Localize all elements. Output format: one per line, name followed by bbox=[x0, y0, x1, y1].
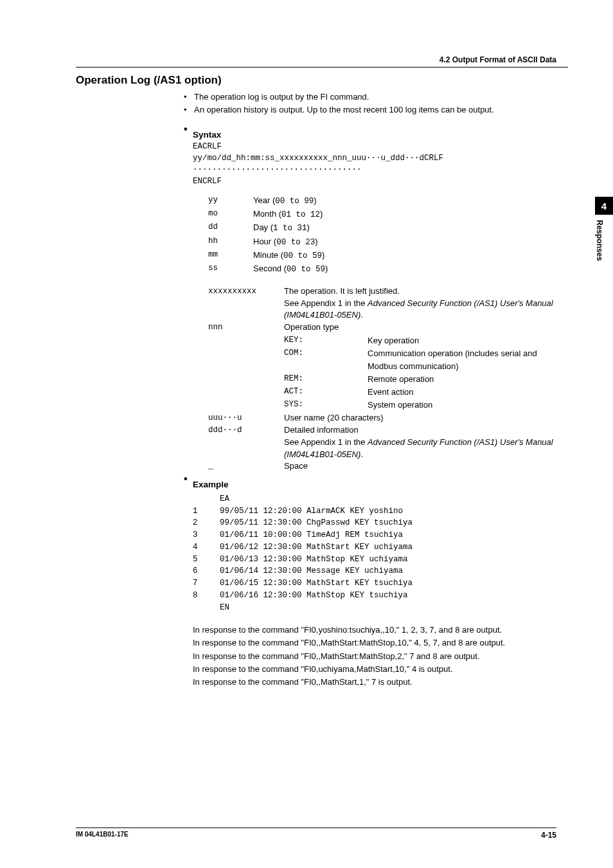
bullet-dot: • bbox=[184, 123, 193, 135]
page-title: Operation Log (/AS1 option) bbox=[76, 74, 568, 87]
example-notes: In response to the command "FI0,yoshino:… bbox=[193, 624, 568, 689]
field-key: xxxxxxxxxx bbox=[208, 285, 284, 322]
note: In response to the command "FI0,uchiyama… bbox=[193, 663, 568, 676]
field-desc: Second (00 to 59) bbox=[253, 262, 328, 276]
op-desc: Event action bbox=[368, 386, 414, 399]
footer-page-number: 4-15 bbox=[541, 831, 556, 840]
field-desc: Month (01 to 12) bbox=[253, 208, 323, 221]
ex-num bbox=[193, 493, 220, 505]
op-code: SYS: bbox=[284, 399, 368, 411]
field-desc: Detailed information See Appendix 1 in t… bbox=[284, 424, 568, 461]
ex-line: 01/06/11 10:00:00 TimeAdj REM tsuchiya bbox=[220, 529, 403, 541]
syntax-line: yy/mo/dd_hh:mm:ss_xxxxxxxxxx_nnn_uuu···u… bbox=[193, 152, 568, 164]
field-desc: Day (1 to 31) bbox=[253, 221, 310, 235]
footer-doc-id: IM 04L41B01-17E bbox=[76, 831, 129, 840]
op-desc: System operation bbox=[368, 399, 432, 411]
op-code: COM: bbox=[284, 347, 368, 373]
note: In response to the command "FI0,,MathSta… bbox=[193, 650, 568, 663]
field-key: ddd···d bbox=[208, 424, 284, 461]
op-code: ACT: bbox=[284, 386, 368, 399]
example-section: •Example EA 199/05/11 12:20:00 AlarmACK … bbox=[184, 473, 568, 689]
ex-num: 7 bbox=[193, 577, 220, 590]
page: 4.2 Output Format of ASCII Data Operatio… bbox=[0, 0, 613, 868]
field-key: ss bbox=[208, 262, 253, 276]
field-key: yy bbox=[208, 194, 253, 208]
ex-line: 01/06/13 12:30:00 MathStop KEY uchiyama bbox=[220, 554, 408, 566]
intro-bullet-2: An operation history is output. Up to th… bbox=[194, 104, 494, 116]
note: In response to the command "FI0,yoshino:… bbox=[193, 624, 568, 637]
bullet-dot: • bbox=[184, 104, 194, 116]
syntax-section: •Syntax EACRLF yy/mo/dd_hh:mm:ss_xxxxxxx… bbox=[184, 123, 568, 473]
syntax-line: ··································· bbox=[193, 164, 568, 176]
op-desc: Key operation bbox=[368, 334, 419, 347]
intro-bullets: •The operation log is output by the FI c… bbox=[184, 91, 568, 116]
section-header: 4.2 Output Format of ASCII Data bbox=[76, 55, 568, 68]
chapter-label: Responses bbox=[595, 215, 604, 261]
ex-pre: EA bbox=[220, 493, 229, 505]
field-desc: Hour (00 to 23) bbox=[253, 235, 317, 249]
op-desc: Remote operation bbox=[368, 373, 434, 386]
ex-num: 4 bbox=[193, 541, 220, 554]
field-key: dd bbox=[208, 221, 253, 235]
note: In response to the command "FI0,,MathSta… bbox=[193, 637, 568, 649]
ex-line: 99/05/11 12:20:00 AlarmACK KEY yoshino bbox=[220, 505, 403, 518]
field-key: mm bbox=[208, 249, 253, 262]
field-desc: Minute (00 to 59) bbox=[253, 249, 324, 262]
field-key: uuu···u bbox=[208, 412, 284, 424]
ex-post: EN bbox=[220, 602, 229, 614]
intro-bullet-1: The operation log is output by the FI co… bbox=[194, 91, 369, 104]
field-desc: Year (00 to 99) bbox=[253, 194, 317, 208]
op-code: KEY: bbox=[284, 334, 368, 347]
ex-num: 6 bbox=[193, 565, 220, 577]
field-key: mo bbox=[208, 208, 253, 221]
field-key: nnn bbox=[208, 321, 284, 334]
chapter-number: 4 bbox=[595, 197, 613, 215]
syntax-line: ENCRLF bbox=[193, 176, 568, 187]
field-desc: The operation. It is left justified. See… bbox=[284, 285, 568, 322]
field-desc: User name (20 characters) bbox=[284, 412, 568, 424]
syntax-heading: Syntax bbox=[193, 130, 221, 140]
ex-line: 01/06/16 12:30:00 MathStop KEY tsuchiya bbox=[220, 590, 408, 602]
example-heading: Example bbox=[193, 480, 229, 489]
op-code: REM: bbox=[284, 373, 368, 386]
field-key: _ bbox=[208, 460, 284, 473]
field-desc: Operation type bbox=[284, 321, 568, 334]
ex-line: 01/06/15 12:30:00 MathStart KEY tsuchiya bbox=[220, 577, 413, 590]
op-desc: Communication operation (includes serial… bbox=[368, 347, 568, 373]
syntax-line: EACRLF bbox=[193, 141, 568, 152]
bullet-dot: • bbox=[184, 473, 193, 485]
ex-num: 1 bbox=[193, 505, 220, 518]
note: In response to the command "FI0,,MathSta… bbox=[193, 676, 568, 689]
field-desc: Space bbox=[284, 460, 568, 473]
page-footer: IM 04L41B01-17E 4-15 bbox=[76, 827, 556, 840]
field-key: hh bbox=[208, 235, 253, 249]
ex-line: 99/05/11 12:30:00 ChgPasswd KEY tsuchiya bbox=[220, 517, 413, 529]
bullet-dot: • bbox=[184, 91, 194, 104]
side-tab: 4 Responses bbox=[595, 197, 613, 261]
ex-line: 01/06/14 12:30:00 Message KEY uchiyama bbox=[220, 565, 403, 577]
ex-num: 3 bbox=[193, 529, 220, 541]
ex-num: 2 bbox=[193, 517, 220, 529]
ex-line: 01/06/12 12:30:00 MathStart KEY uchiyama bbox=[220, 541, 413, 554]
ex-num: 8 bbox=[193, 590, 220, 602]
ex-num bbox=[193, 602, 220, 614]
ex-num: 5 bbox=[193, 554, 220, 566]
